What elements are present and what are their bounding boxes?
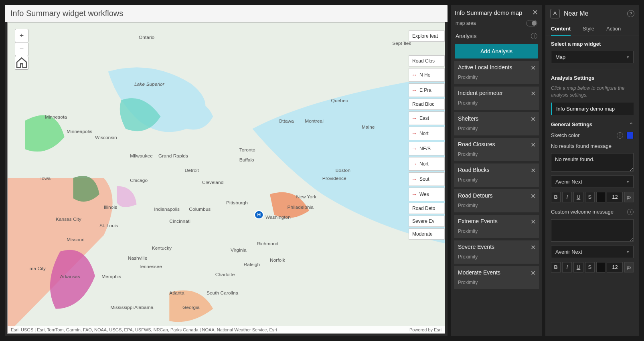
list-item[interactable]: ↔N Ho <box>409 68 445 82</box>
analysis-item[interactable]: Road BlocksProximity✕ <box>454 163 539 187</box>
svg-text:Philadelphia: Philadelphia <box>288 204 314 210</box>
list-item[interactable]: Road Bloc <box>409 99 445 110</box>
close-icon[interactable]: ✕ <box>531 218 536 226</box>
italic-button[interactable]: I <box>562 192 572 202</box>
underline-button[interactable]: U <box>573 192 583 202</box>
analysis-item-subtitle: Proximity <box>458 228 535 234</box>
font-1-value: Avenir Next <box>555 179 582 185</box>
help-icon[interactable]: ? <box>627 10 634 17</box>
unit-label: px <box>624 192 634 202</box>
list-item[interactable]: Moderate <box>409 228 445 240</box>
info-icon[interactable]: i <box>617 132 623 139</box>
home-button[interactable] <box>15 56 28 70</box>
analysis-item[interactable]: SheltersProximity✕ <box>454 112 539 135</box>
font-select-2[interactable]: Avenir Next ▾ <box>551 246 634 258</box>
tab-style[interactable]: Style <box>583 22 594 36</box>
list-item[interactable]: Road Clos <box>409 55 445 67</box>
text-color-picker[interactable] <box>596 262 606 272</box>
analysis-item-title: Road Detours <box>458 192 535 199</box>
font-size-1-input[interactable] <box>607 192 623 202</box>
arrow-right-icon: → <box>411 161 417 167</box>
list-item[interactable]: →Wes <box>409 188 445 201</box>
arrow-right-icon: → <box>411 130 417 137</box>
list-item[interactable]: Road Deto <box>409 203 445 214</box>
svg-text:Atlanta: Atlanta <box>169 290 184 295</box>
analysis-item[interactable]: Incident perimeterProximity✕ <box>454 87 539 110</box>
info-icon[interactable]: i <box>627 209 634 215</box>
analysis-item-title: Shelters <box>458 115 535 122</box>
arrow-right-icon: → <box>411 176 417 182</box>
svg-text:Kansas City: Kansas City <box>56 217 81 222</box>
select-map-widget[interactable]: Map ▾ <box>551 51 634 63</box>
svg-text:Ottawa: Ottawa <box>279 119 294 124</box>
list-item[interactable]: →Sout <box>409 172 445 186</box>
list-item[interactable]: →East <box>409 111 445 125</box>
strike-button[interactable]: S <box>585 192 595 202</box>
chevron-up-icon[interactable]: ⌃ <box>629 121 634 128</box>
list-item-label: NE/S <box>419 146 431 151</box>
close-icon[interactable]: ✕ <box>531 269 536 277</box>
list-item[interactable]: ↔E Pra <box>409 83 445 97</box>
tab-content[interactable]: Content <box>551 22 571 36</box>
svg-text:Illinois: Illinois <box>104 204 117 210</box>
bold-button[interactable]: B <box>551 262 561 272</box>
italic-button[interactable]: I <box>562 262 572 272</box>
bold-button[interactable]: B <box>551 192 561 202</box>
list-item[interactable]: →Nort <box>409 157 445 171</box>
analysis-section-label: Analysis <box>456 33 476 39</box>
no-results-label: No results found message <box>551 143 634 149</box>
custom-welcome-label: Custom welcome message <box>551 209 614 215</box>
list-item[interactable]: →Nort <box>409 127 445 140</box>
strike-button[interactable]: S <box>585 262 595 272</box>
analysis-item[interactable]: Extreme EventsProximity✕ <box>454 215 539 238</box>
text-color-picker[interactable] <box>596 192 606 202</box>
map-canvas[interactable]: H Ontario Sept-Îles Lake Superior Quebec… <box>7 22 445 334</box>
underline-button[interactable]: U <box>573 262 583 272</box>
sketch-color-label: Sketch color <box>551 132 580 138</box>
zoom-in-button[interactable]: + <box>15 29 28 42</box>
close-icon[interactable]: ✕ <box>532 8 538 17</box>
font-size-2-input[interactable] <box>607 262 623 272</box>
add-analysis-button[interactable]: Add Analysis <box>455 44 538 59</box>
close-icon[interactable]: ✕ <box>531 115 536 123</box>
analysis-item[interactable]: Road DetoursProximity✕ <box>454 189 539 212</box>
general-settings-title: General Settings <box>551 121 592 127</box>
close-icon[interactable]: ✕ <box>531 244 536 251</box>
select-map-value: Map <box>555 54 565 60</box>
chevron-down-icon: ▾ <box>627 179 629 184</box>
analysis-item[interactable]: Moderate EventsProximity✕ <box>454 266 539 289</box>
arrow-right-icon: → <box>411 191 417 198</box>
svg-text:Grand Rapids: Grand Rapids <box>158 153 188 158</box>
mid-panel-title: Info Summary demo map <box>455 9 522 16</box>
analysis-item-subtitle: Proximity <box>458 126 535 131</box>
svg-text:Indianapolis: Indianapolis <box>154 206 180 212</box>
close-icon[interactable]: ✕ <box>531 90 536 97</box>
analysis-item[interactable]: Road ClosuresProximity✕ <box>454 138 539 161</box>
info-icon[interactable]: i <box>531 33 537 39</box>
custom-welcome-input[interactable] <box>551 219 634 242</box>
double-arrow-icon: ↔ <box>411 72 417 78</box>
close-icon[interactable]: ✕ <box>531 141 536 149</box>
svg-text:Providence: Providence <box>322 176 346 181</box>
close-icon[interactable]: ✕ <box>531 167 536 174</box>
no-results-message-input[interactable] <box>551 153 634 172</box>
analysis-item[interactable]: Severe EventsProximity✕ <box>454 240 539 264</box>
list-item-label: East <box>419 115 429 121</box>
tab-action[interactable]: Action <box>606 22 621 36</box>
list-item[interactable]: Severe Ev <box>409 216 445 227</box>
zoom-out-button[interactable]: − <box>15 42 28 56</box>
toggle-icon[interactable] <box>526 20 537 26</box>
sketch-color-picker[interactable] <box>626 132 634 139</box>
font-select-1[interactable]: Avenir Next ▾ <box>551 176 634 188</box>
analysis-item[interactable]: Active Local IncidentsProximity✕ <box>454 61 539 84</box>
chevron-down-icon: ▾ <box>627 249 629 254</box>
map-chip[interactable]: Info Summary demo map <box>551 103 634 115</box>
svg-text:Virginia: Virginia <box>231 247 247 252</box>
svg-text:Cincinnati: Cincinnati <box>169 219 190 224</box>
explore-features-panel: Explore feat Road Clos ↔N Ho ↔E Pra Road… <box>409 30 445 240</box>
powered-by: Powered by Esri <box>409 327 441 332</box>
list-item[interactable]: →NE/S <box>409 142 445 155</box>
page-title: Info Summary widget workflows <box>5 5 448 22</box>
close-icon[interactable]: ✕ <box>531 192 536 200</box>
close-icon[interactable]: ✕ <box>531 64 536 72</box>
